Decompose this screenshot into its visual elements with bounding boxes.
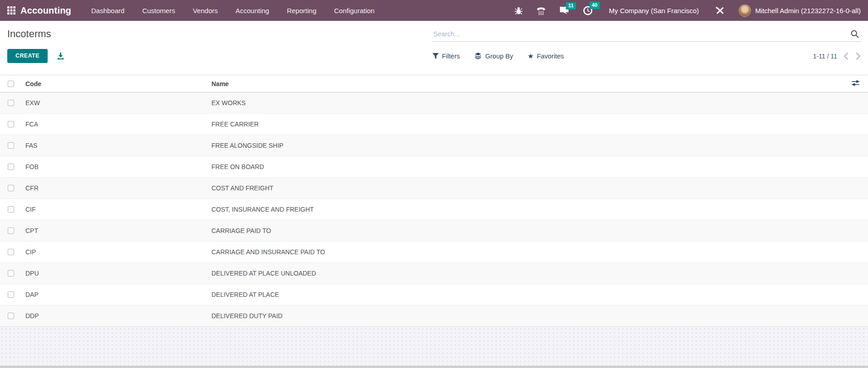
menu-reporting[interactable]: Reporting (287, 7, 316, 15)
cell-name: COST, INSURANCE AND FREIGHT (208, 199, 840, 220)
group-by-button[interactable]: Group By (474, 53, 513, 60)
search-icon[interactable] (851, 30, 859, 38)
optional-columns-icon[interactable] (851, 80, 860, 87)
cell-code: DPU (22, 263, 208, 284)
create-button[interactable]: CREATE (7, 49, 48, 63)
search-facets-row: Filters Group By ★ Favorites 1-11 / 11 (432, 49, 861, 63)
favorites-button[interactable]: ★ Favorites (528, 53, 564, 60)
cell-name: EX WORKS (208, 92, 840, 114)
table-row[interactable]: DAP DELIVERED AT PLACE (0, 284, 868, 305)
cell-name: FREE ALONGSIDE SHIP (208, 135, 840, 156)
table-row[interactable]: FAS FREE ALONGSIDE SHIP (0, 135, 868, 156)
cell-name: CARRIAGE AND INSURANCE PAID TO (208, 242, 840, 263)
debug-bug-icon[interactable] (515, 6, 523, 15)
window-bottom-edge (0, 366, 868, 368)
apps-grid-icon (7, 6, 15, 15)
cell-code: FAS (22, 135, 208, 156)
systray: 11 40 My Company (San Francisco) Mitchel… (501, 5, 861, 17)
table-row[interactable]: CIP CARRIAGE AND INSURANCE PAID TO (0, 242, 868, 263)
voip-phone-icon[interactable] (536, 6, 546, 15)
page-title: Incoterms (7, 28, 432, 42)
filter-funnel-icon (432, 53, 439, 59)
top-menu: Dashboard Customers Vendors Accounting R… (91, 7, 374, 15)
pager-next-icon[interactable] (856, 53, 861, 60)
row-checkbox[interactable] (8, 228, 14, 234)
column-header-code[interactable]: Code (22, 75, 208, 92)
cell-name: DELIVERED AT PLACE (208, 284, 840, 305)
select-all-checkbox[interactable] (8, 81, 14, 87)
incoterms-list: Code Name EXW EX WORKS FCA (0, 75, 868, 326)
cell-name: DELIVERED DUTY PAID (208, 305, 840, 327)
row-checkbox[interactable] (8, 164, 14, 170)
user-menu[interactable]: Mitchell Admin (21232272-16-0-all) (739, 5, 861, 17)
table-row[interactable]: CFR COST AND FREIGHT (0, 178, 868, 199)
pager-range: 1-11 / 11 (813, 53, 837, 60)
cell-code: CPT (22, 220, 208, 242)
cell-code: CIF (22, 199, 208, 220)
row-checkbox[interactable] (8, 142, 14, 149)
user-name: Mitchell Admin (21232272-16-0-all) (755, 7, 861, 15)
pager-prev-icon[interactable] (843, 53, 848, 60)
row-checkbox[interactable] (8, 100, 14, 106)
cell-name: COST AND FREIGHT (208, 178, 840, 199)
row-checkbox[interactable] (8, 185, 14, 191)
cell-code: FOB (22, 156, 208, 178)
cell-code: FCA (22, 114, 208, 135)
group-by-layers-icon (474, 53, 482, 59)
menu-customers[interactable]: Customers (142, 7, 175, 15)
table-row[interactable]: CPT CARRIAGE PAID TO (0, 220, 868, 242)
search-bar[interactable] (432, 27, 861, 42)
table-row[interactable]: DDP DELIVERED DUTY PAID (0, 305, 868, 327)
activities-count-badge: 40 (589, 2, 600, 9)
messages-icon[interactable]: 11 (559, 6, 569, 15)
control-panel: Incoterms CREATE Filters (0, 21, 868, 75)
cell-code: DDP (22, 305, 208, 327)
cell-name: CARRIAGE PAID TO (208, 220, 840, 242)
developer-tools-icon[interactable] (715, 5, 725, 15)
top-nav-bar: Accounting Dashboard Customers Vendors A… (0, 0, 868, 21)
pager: 1-11 / 11 (813, 53, 861, 60)
action-buttons: CREATE (7, 49, 432, 63)
table-row[interactable]: EXW EX WORKS (0, 92, 868, 114)
cell-name: FREE ON BOARD (208, 156, 840, 178)
export-download-icon[interactable] (57, 52, 64, 60)
favorites-star-icon: ★ (528, 53, 534, 59)
cell-code: DAP (22, 284, 208, 305)
menu-accounting[interactable]: Accounting (235, 7, 269, 15)
cell-code: CIP (22, 242, 208, 263)
table-row[interactable]: FOB FREE ON BOARD (0, 156, 868, 178)
webclient-background (0, 326, 868, 368)
column-header-name[interactable]: Name (208, 75, 840, 92)
row-checkbox[interactable] (8, 121, 14, 127)
row-checkbox[interactable] (8, 291, 14, 298)
activities-clock-icon[interactable]: 40 (583, 6, 593, 15)
menu-dashboard[interactable]: Dashboard (91, 7, 124, 15)
user-avatar (739, 5, 751, 17)
menu-configuration[interactable]: Configuration (334, 7, 374, 15)
search-input[interactable] (433, 30, 851, 38)
row-checkbox[interactable] (8, 206, 14, 213)
list-header-row: Code Name (0, 75, 868, 92)
row-checkbox[interactable] (8, 313, 14, 319)
table-row[interactable]: FCA FREE CARRIER (0, 114, 868, 135)
menu-vendors[interactable]: Vendors (193, 7, 218, 15)
cell-name: DELIVERED AT PLACE UNLOADED (208, 263, 840, 284)
app-name[interactable]: Accounting (20, 5, 71, 16)
table-row[interactable]: DPU DELIVERED AT PLACE UNLOADED (0, 263, 868, 284)
cell-code: EXW (22, 92, 208, 114)
row-checkbox[interactable] (8, 249, 14, 255)
cell-name: FREE CARRIER (208, 114, 840, 135)
cell-code: CFR (22, 178, 208, 199)
messages-count-badge: 11 (566, 2, 576, 10)
row-checkbox[interactable] (8, 270, 14, 276)
company-switcher[interactable]: My Company (San Francisco) (609, 7, 699, 15)
table-row[interactable]: CIF COST, INSURANCE AND FREIGHT (0, 199, 868, 220)
filters-button[interactable]: Filters (432, 53, 460, 60)
apps-menu-button[interactable] (7, 6, 15, 15)
